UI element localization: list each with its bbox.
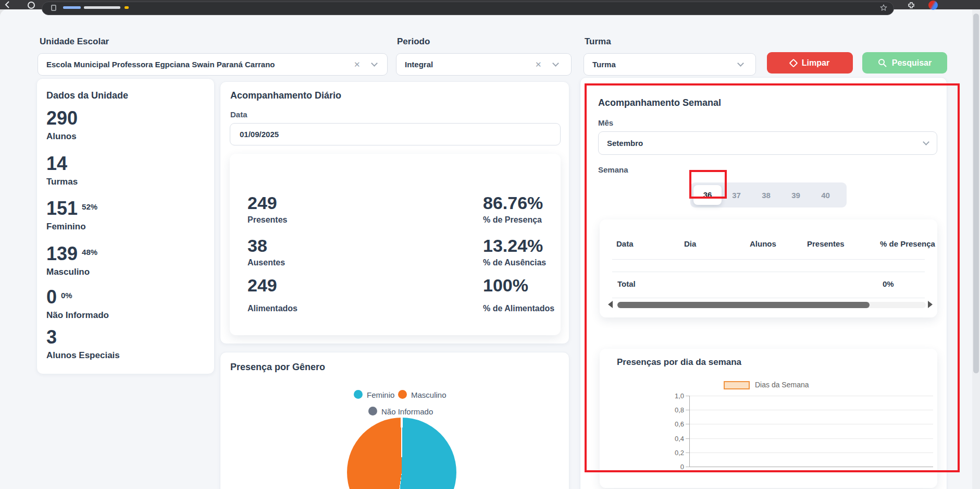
- presenca-por-genero-title: Presença por Gênero: [230, 362, 325, 373]
- turma-value: Turma: [592, 60, 738, 69]
- limpar-button-label: Limpar: [802, 58, 829, 68]
- search-icon: [878, 58, 887, 67]
- acompanhamento-semanal-title: Acompanhamento Semanal: [598, 97, 721, 108]
- acompanhamento-diario-card: Acompanhamento Diário Data 01/09/2025 24…: [220, 81, 569, 344]
- address-bar[interactable]: [42, 2, 894, 15]
- dashboard-page: Unidade Escolar Periodo Turma Escola Mun…: [0, 9, 972, 489]
- legend-swatch-dias[interactable]: [724, 381, 750, 389]
- hscroll-right-arrow[interactable]: [928, 301, 933, 308]
- clear-x-icon[interactable]: ✕: [354, 60, 361, 69]
- hscroll-track[interactable]: [617, 302, 926, 308]
- pesquisar-button[interactable]: Pesquisar: [862, 52, 947, 74]
- axis-tick: [686, 453, 689, 453]
- stat-value: 139: [46, 244, 78, 263]
- legend-label-feminio[interactable]: Feminio: [367, 390, 394, 399]
- legend-dot-feminio[interactable]: [354, 390, 363, 399]
- pct-ausencias-label: % de Ausências: [483, 258, 546, 267]
- stat-value: 3: [46, 328, 57, 347]
- weekly-chart-title: Presenças por dia da semana: [617, 357, 741, 368]
- ytick: 0,6: [661, 420, 684, 428]
- date-value: 01/09/2025: [240, 130, 279, 139]
- stat-alunos: 290 Alunos: [46, 109, 82, 142]
- legend-dot-nao-informado[interactable]: [368, 407, 377, 415]
- gridline: [689, 424, 933, 424]
- legend-dot-masculino[interactable]: [398, 390, 407, 399]
- gridline: [689, 453, 933, 453]
- periodo-select[interactable]: Integral ✕: [396, 53, 572, 76]
- col-header-pct-presenca: % de Presença: [880, 239, 935, 248]
- clear-x-icon[interactable]: ✕: [535, 60, 542, 69]
- ytick: 1,0: [661, 392, 684, 400]
- stat-nao-informado: 00% Não Informado: [46, 286, 109, 321]
- mes-label: Mês: [598, 118, 613, 127]
- page-scrollbar-thumb[interactable]: [973, 14, 979, 373]
- hscroll-thumb[interactable]: [617, 302, 870, 308]
- ytick: 0: [661, 463, 684, 471]
- total-value: 0%: [883, 279, 894, 288]
- stat-feminino: 15152% Feminino: [46, 198, 97, 232]
- axis-tick: [686, 396, 689, 396]
- stat-pct: 52%: [82, 198, 97, 218]
- stat-label: Alunos: [46, 131, 82, 142]
- unidade-escolar-select[interactable]: Escola Municipal Professora Egpciana Swa…: [38, 53, 388, 76]
- daily-stats-card: 249 Presentes 38 Ausentes 249 Alimentado…: [230, 154, 561, 335]
- legend-label-masculino[interactable]: Masculino: [411, 390, 446, 399]
- stat-label: Não Informado: [46, 310, 109, 321]
- acompanhamento-diario-title: Acompanhamento Diário: [230, 90, 341, 101]
- week-tab-39[interactable]: 39: [781, 191, 811, 200]
- data-label: Data: [230, 110, 247, 119]
- hscroll-left-arrow[interactable]: [608, 301, 613, 308]
- periodo-label: Periodo: [397, 36, 430, 47]
- table-divider: [612, 298, 925, 298]
- acompanhamento-semanal-card: Acompanhamento Semanal Mês Setembro Sema…: [580, 77, 947, 489]
- stat-label: Masculino: [46, 267, 97, 277]
- back-icon[interactable]: [4, 1, 11, 8]
- page-scrollbar[interactable]: [972, 9, 980, 489]
- semana-label: Semana: [598, 165, 628, 174]
- stat-pct: 0%: [61, 286, 72, 307]
- axis-tick: [686, 410, 689, 410]
- reload-icon[interactable]: [27, 1, 35, 9]
- gender-pie-chart: [347, 418, 456, 489]
- pct-presenca-label: % de Presença: [483, 215, 542, 225]
- week-tab-37[interactable]: 37: [722, 191, 751, 200]
- total-label: Total: [617, 279, 636, 288]
- legend-label-nao-informado[interactable]: Não Informado: [381, 407, 433, 416]
- url-text-fragment: [84, 6, 120, 9]
- week-tab-38[interactable]: 38: [751, 191, 781, 200]
- gridline: [689, 396, 933, 396]
- chevron-down-icon: [923, 139, 929, 145]
- legend-label-dias[interactable]: Dias da Semana: [755, 381, 809, 389]
- week-tab-40[interactable]: 40: [811, 191, 840, 200]
- stat-value: 0: [46, 288, 57, 307]
- page-icon: [51, 5, 57, 11]
- date-input[interactable]: 01/09/2025: [230, 123, 561, 145]
- limpar-button[interactable]: Limpar: [767, 52, 853, 74]
- ytick: 0,8: [661, 406, 684, 414]
- turma-select[interactable]: Turma: [584, 53, 756, 76]
- col-header-dia: Dia: [684, 239, 696, 248]
- ytick: 0,4: [661, 435, 684, 443]
- eraser-icon: [789, 58, 798, 67]
- ytick: 0,2: [661, 449, 684, 457]
- alimentados-label: Alimentados: [247, 304, 297, 313]
- mes-select[interactable]: Setembro: [598, 131, 937, 155]
- pesquisar-button-label: Pesquisar: [892, 58, 932, 68]
- x-axis-line: [689, 467, 933, 467]
- weekly-chart-card: Presenças por dia da semana Dias da Sema…: [600, 349, 937, 488]
- avatar[interactable]: [928, 1, 938, 10]
- presentes-value: 249: [247, 193, 277, 212]
- ausentes-value: 38: [247, 236, 267, 255]
- extensions-icon[interactable]: [908, 1, 915, 8]
- table-divider: [612, 259, 925, 260]
- unidade-escolar-label: Unidade Escolar: [40, 36, 109, 47]
- bookmark-star-icon[interactable]: [880, 4, 887, 11]
- chevron-down-icon: [552, 60, 559, 67]
- week-tab-36[interactable]: 36: [693, 185, 722, 205]
- week-selector: 36 37 38 39 40: [690, 182, 847, 207]
- ausentes-label: Ausentes: [247, 258, 285, 267]
- col-header-alunos: Alunos: [750, 239, 776, 248]
- dados-da-unidade-card: Dados da Unidade 290 Alunos 14 Turmas 15…: [36, 78, 215, 374]
- gridline: [689, 438, 933, 439]
- stat-label: Turmas: [46, 177, 78, 187]
